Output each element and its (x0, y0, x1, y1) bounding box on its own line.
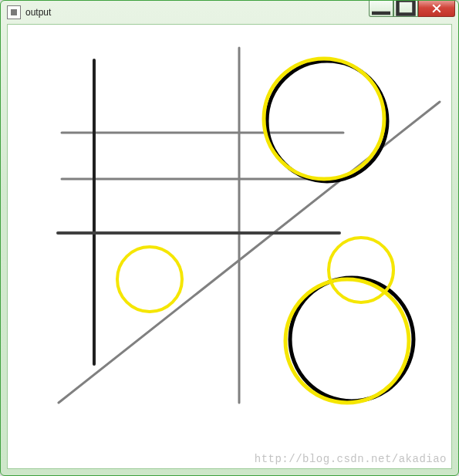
maximize-button[interactable] (393, 1, 418, 17)
svg-point-14 (329, 238, 393, 302)
window-title: output (25, 7, 51, 18)
svg-rect-1 (398, 1, 414, 15)
app-icon (7, 5, 21, 19)
window-controls (369, 1, 455, 17)
svg-point-11 (264, 59, 384, 179)
titlebar[interactable]: output (1, 1, 458, 24)
app-window: output http://blog.csdn.net/akadiao (0, 0, 459, 476)
client-area: http://blog.csdn.net/akadiao (7, 24, 452, 469)
svg-point-15 (117, 247, 182, 312)
output-canvas: http://blog.csdn.net/akadiao (8, 25, 451, 468)
minimize-button[interactable] (369, 1, 393, 17)
close-button[interactable] (418, 1, 455, 17)
drawing-svg (8, 25, 451, 468)
